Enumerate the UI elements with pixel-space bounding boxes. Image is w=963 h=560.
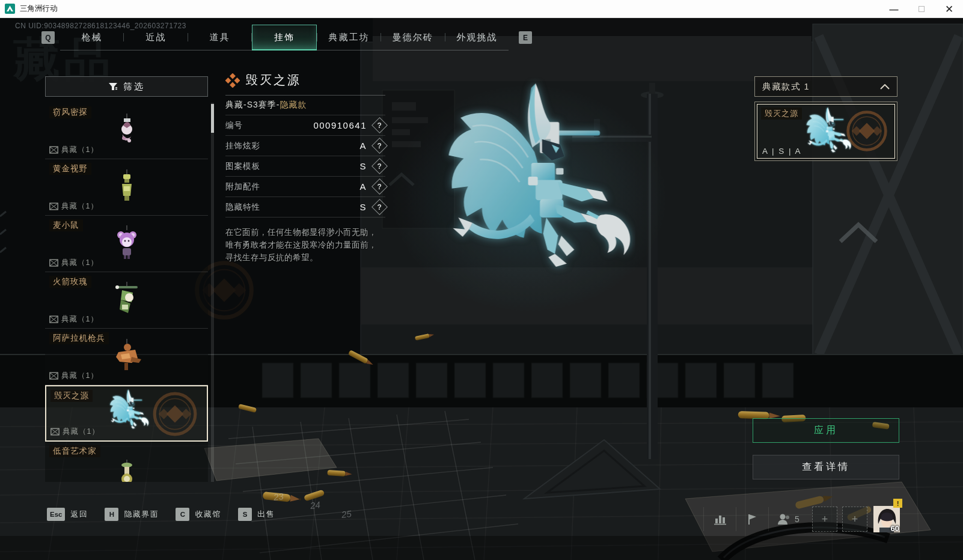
app-window: 三角洲行动 — ✕	[0, 0, 963, 560]
filter-button[interactable]: 筛选	[45, 76, 208, 97]
item-badge: 典藏（1）	[49, 258, 99, 268]
charm-thumb-dragon	[103, 388, 151, 436]
tab-collection-workshop[interactable]: 典藏工坊	[317, 25, 381, 50]
card-grades: A | S | A	[762, 147, 802, 156]
charm-list: 窃风密探 典藏（1） 黄金视野	[45, 103, 208, 482]
notification-badge: !	[893, 499, 902, 508]
hide-ui-button[interactable]: H 隐藏界面	[105, 508, 159, 521]
list-item[interactable]: 窃风密探 典藏（1）	[45, 103, 208, 159]
item-name: 毁灭之源	[50, 390, 93, 402]
chalk-number: 23	[273, 491, 284, 502]
stat-row-finish: 挂饰炫彩 A ?	[225, 136, 385, 156]
c-keyhint: C	[176, 508, 189, 521]
sell-button[interactable]: S 出售	[238, 508, 275, 521]
list-item[interactable]: 低音艺术家 典藏（1）	[45, 442, 208, 482]
stat-row-hidden-trait: 隐藏特性 S ?	[225, 197, 385, 218]
maximize-button[interactable]	[908, 0, 935, 18]
close-button[interactable]: ✕	[935, 0, 963, 18]
footer-status-bar: 5 + + ! 60	[703, 504, 900, 535]
item-name: 黄金视野	[49, 163, 91, 175]
collection-card-icon	[49, 372, 58, 380]
app-logo-icon	[5, 4, 15, 14]
collection-rarity-icon	[225, 73, 240, 88]
item-name: 低音艺术家	[49, 445, 100, 457]
collection-hall-button[interactable]: C 收藏馆	[176, 508, 221, 521]
list-item[interactable]: 麦小鼠 典藏（1）	[45, 216, 208, 272]
detail-panel: 毁灭之源 典藏-S3赛季-隐藏款 编号 000910641 ? 挂饰炫彩 A ?…	[225, 72, 385, 264]
style-card[interactable]: 毁灭之源 A | S | A	[754, 102, 897, 161]
filter-label: 筛选	[123, 81, 145, 93]
tab-next-keyhint: E	[519, 31, 532, 44]
team-button[interactable]: 5	[769, 504, 807, 535]
list-item[interactable]: 黄金视野 典藏（1）	[45, 159, 208, 216]
help-icon[interactable]: ?	[371, 138, 388, 154]
list-item[interactable]: 火箭玫瑰 典藏（1）	[45, 272, 208, 329]
collection-card-icon	[49, 202, 58, 210]
charm-thumb	[111, 339, 142, 373]
filter-icon	[108, 82, 118, 91]
charm-thumb	[114, 282, 140, 317]
tab-guns[interactable]: 枪械	[60, 25, 123, 50]
item-badge: 典藏（1）	[49, 314, 99, 324]
back-button[interactable]: Esc 返回	[47, 508, 88, 521]
scrollbar-thumb[interactable]	[211, 104, 214, 133]
tab-melee[interactable]: 近战	[124, 25, 187, 50]
collection-card-icon	[49, 259, 58, 267]
plus-icon: +	[852, 513, 858, 526]
help-icon[interactable]: ?	[371, 117, 388, 133]
stat-row-pattern: 图案模板 S ?	[225, 156, 385, 177]
tab-mandel-brick[interactable]: 曼德尔砖	[381, 25, 444, 50]
apply-button[interactable]: 应用	[753, 418, 899, 443]
bar-chart-icon	[714, 513, 727, 525]
stat-row-serial: 编号 000910641 ?	[225, 115, 385, 136]
tab-appearance-challenge[interactable]: 外观挑战	[445, 25, 509, 50]
tab-items[interactable]: 道具	[188, 25, 251, 50]
help-icon[interactable]: ?	[371, 178, 388, 195]
charm-thumb	[115, 225, 139, 260]
help-icon[interactable]: ?	[371, 158, 388, 174]
s-keyhint: S	[238, 508, 252, 521]
list-item-selected[interactable]: 毁灭之源 典藏（1）	[45, 385, 208, 442]
empty-slot-button[interactable]: +	[842, 507, 867, 532]
avatar-level: 60	[891, 524, 899, 533]
card-charm-dragon	[798, 106, 854, 159]
item-name: 火箭玫瑰	[49, 276, 91, 288]
collection-card-icon	[50, 428, 60, 436]
collection-card-icon	[49, 315, 58, 323]
tab-prev-keyhint: Q	[41, 31, 55, 44]
person-icon	[777, 513, 791, 525]
stats-button[interactable]	[704, 504, 736, 535]
stat-row-accessory: 附加配件 A ?	[225, 177, 385, 197]
title-bar: 三角洲行动 — ✕	[0, 0, 963, 18]
category-tabs: 枪械 近战 道具 挂饰 典藏工坊 曼德尔砖 外观挑战	[60, 25, 509, 50]
help-icon[interactable]: ?	[371, 199, 388, 215]
collection-card-icon	[49, 146, 58, 154]
collection-emblem-icon	[150, 389, 200, 439]
plus-icon: +	[822, 513, 828, 526]
chalk-number: 24	[310, 499, 321, 511]
charm-thumb	[118, 114, 136, 146]
minimize-button[interactable]: —	[880, 0, 908, 18]
view-details-button[interactable]: 查看详情	[753, 455, 899, 479]
window-title: 三角洲行动	[20, 4, 58, 14]
hotkey-bar: Esc 返回 H 隐藏界面 C 收藏馆 S 出售	[47, 508, 275, 521]
tab-charms[interactable]: 挂饰	[252, 25, 316, 50]
empty-slot-button[interactable]: +	[812, 507, 837, 532]
flag-icon	[747, 513, 759, 525]
charm-rarity-line: 典藏-S3赛季-隐藏款	[225, 96, 385, 115]
chevron-up-icon	[880, 84, 890, 90]
item-name: 窃风密探	[49, 106, 91, 118]
style-dropdown[interactable]: 典藏款式 1	[754, 76, 897, 97]
chalk-number: 25	[341, 508, 352, 520]
player-avatar[interactable]: ! 60	[873, 506, 900, 532]
list-item[interactable]: 阿萨拉机枪兵 典藏（1）	[45, 329, 208, 385]
item-badge: 典藏（1）	[49, 145, 99, 155]
item-badge: 典藏（1）	[49, 371, 99, 381]
team-count: 5	[795, 514, 799, 524]
list-scrollbar[interactable]	[211, 103, 214, 482]
h-keyhint: H	[105, 508, 118, 521]
item-badge: 典藏（1）	[49, 201, 99, 212]
charm-title: 毁灭之源	[246, 72, 301, 88]
report-button[interactable]	[736, 504, 768, 535]
charm-description: 在它面前，任何生物都显得渺小而无助，唯有勇敢者才能在这股寒冷的力量面前，寻找生存…	[225, 226, 381, 264]
